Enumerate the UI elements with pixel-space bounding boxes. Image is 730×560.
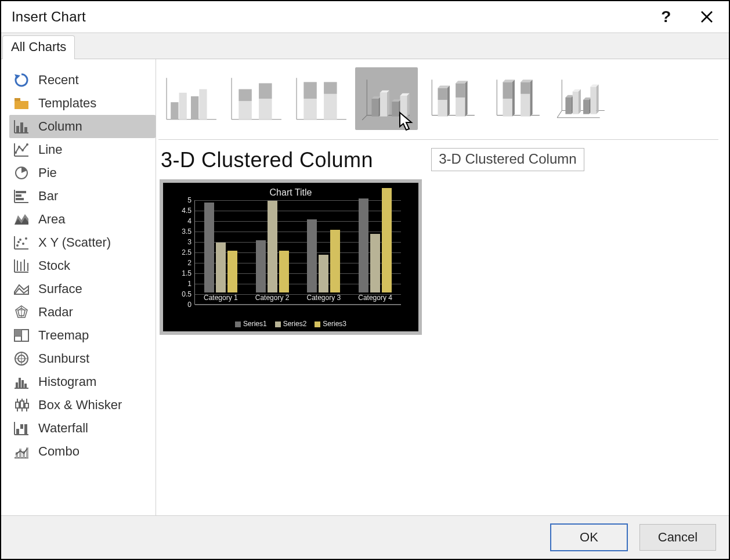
subtype-100pct-stacked-column[interactable] (290, 67, 353, 130)
sidebar-item-area[interactable]: Area (9, 208, 156, 231)
svg-rect-99 (400, 96, 407, 117)
svg-rect-115 (503, 82, 512, 99)
close-icon (700, 10, 714, 24)
svg-rect-50 (19, 378, 21, 388)
svg-rect-61 (16, 429, 19, 435)
svg-point-28 (17, 241, 20, 243)
subtype-3d-stacked-column[interactable] (420, 67, 483, 130)
dialog-footer: OK Cancel (1, 515, 729, 559)
sidebar-item-column[interactable]: Column (9, 115, 156, 138)
sidebar-item-combo[interactable]: Combo (9, 440, 156, 463)
y-tick-label: 4.5 (182, 207, 195, 215)
svg-marker-35 (15, 285, 28, 294)
svg-rect-129 (573, 92, 579, 114)
chart-subtype-panel: 3-D Clustered Column 3-D Clustered Colum… (156, 59, 729, 515)
subtype-3d-100pct-stacked-column[interactable] (485, 67, 548, 130)
chart-preview-title: Chart Title (163, 187, 418, 198)
chart-bar (330, 230, 340, 292)
sidebar-item-line[interactable]: Line (9, 138, 156, 161)
y-tick-label: 2 (187, 259, 195, 267)
subtype-stacked-column[interactable] (225, 67, 288, 130)
sidebar-item-label: Sunburst (38, 351, 89, 366)
svg-rect-54 (16, 402, 19, 408)
svg-point-11 (18, 146, 20, 148)
svg-rect-72 (179, 93, 187, 120)
subtype-heading-row: 3-D Clustered Column 3-D Clustered Colum… (158, 148, 718, 172)
subtype-3d-clustered-column[interactable] (355, 67, 418, 130)
area-chart-icon (13, 211, 30, 227)
svg-point-24 (16, 244, 19, 247)
y-tick-label: 0 (187, 301, 195, 309)
box-whisker-icon (13, 397, 30, 413)
cancel-button[interactable]: Cancel (639, 524, 716, 551)
sidebar-item-bar[interactable]: Bar (9, 185, 156, 208)
svg-rect-43 (15, 330, 21, 336)
y-tick-label: 2.5 (182, 248, 195, 256)
sidebar-item-radar[interactable]: Radar (9, 301, 156, 324)
chart-preview-tile[interactable]: Chart Title 00.511.522.533.544.55Categor… (160, 179, 422, 335)
sidebar-item-recent[interactable]: Recent (9, 68, 156, 92)
svg-rect-105 (438, 88, 447, 100)
sidebar-item-boxwhisker[interactable]: Box & Whisker (9, 393, 156, 417)
legend-entry: Series3 (315, 320, 346, 328)
svg-rect-49 (16, 382, 18, 388)
svg-marker-111 (465, 81, 468, 116)
category-label: Category 4 (358, 294, 392, 302)
sidebar-item-sunburst[interactable]: Sunburst (9, 347, 156, 370)
close-button[interactable] (695, 5, 718, 28)
svg-rect-7 (24, 127, 27, 133)
tab-all-charts[interactable]: All Charts (2, 35, 75, 59)
y-tick-label: 1 (187, 280, 195, 288)
dialog-title: Insert Chart (12, 9, 86, 25)
chart-bar (382, 188, 392, 292)
combo-chart-icon (13, 443, 30, 460)
subtype-3d-column[interactable] (550, 67, 613, 130)
svg-rect-5 (16, 126, 19, 133)
sidebar-item-label: Surface (38, 281, 82, 297)
subtype-clustered-column[interactable] (160, 67, 223, 130)
sidebar-item-waterfall[interactable]: Waterfall (9, 417, 156, 440)
svg-rect-74 (199, 89, 207, 120)
svg-marker-131 (579, 89, 581, 114)
svg-marker-121 (530, 80, 533, 116)
category-label: Category 1 (204, 294, 238, 302)
line-chart-icon (13, 142, 30, 158)
sidebar-item-treemap[interactable]: Treemap (9, 324, 156, 347)
svg-rect-77 (238, 101, 251, 120)
svg-line-123 (557, 110, 562, 117)
chart-bar (204, 203, 214, 292)
svg-marker-101 (407, 93, 410, 117)
sidebar-item-label: Treemap (38, 328, 89, 343)
svg-rect-71 (171, 102, 178, 120)
sidebar-item-histogram[interactable]: Histogram (9, 370, 156, 393)
column-chart-icon (13, 118, 30, 135)
chart-bar (359, 198, 368, 292)
y-tick-label: 5 (187, 196, 195, 204)
sidebar-item-label: Waterfall (38, 421, 88, 436)
sidebar-item-surface[interactable]: Surface (9, 277, 156, 301)
chart-type-sidebar: Recent Templates Column Line (1, 59, 156, 515)
sidebar-item-label: Combo (38, 444, 79, 459)
sidebar-item-templates[interactable]: Templates (9, 92, 156, 115)
sidebar-item-scatter[interactable]: X Y (Scatter) (9, 231, 156, 254)
waterfall-chart-icon (13, 420, 30, 436)
sidebar-item-stock[interactable]: Stock (9, 254, 156, 277)
chart-bar (279, 251, 289, 292)
ok-button[interactable]: OK (550, 523, 628, 551)
svg-point-13 (26, 143, 28, 146)
svg-rect-66 (19, 449, 21, 458)
scatter-chart-icon (13, 234, 30, 251)
bar-chart-icon (13, 188, 30, 204)
svg-rect-90 (371, 99, 378, 117)
svg-rect-132 (583, 100, 589, 114)
svg-rect-85 (324, 94, 337, 120)
legend-entry: Series2 (275, 320, 307, 328)
help-button[interactable]: ? (655, 5, 678, 28)
svg-rect-86 (324, 82, 337, 93)
sidebar-item-label: Histogram (38, 374, 96, 389)
chart-bar (227, 251, 237, 292)
subtype-tooltip: 3-D Clustered Column (431, 148, 584, 171)
svg-marker-95 (387, 91, 389, 117)
sidebar-item-pie[interactable]: Pie (9, 161, 156, 185)
sidebar-item-label: Pie (38, 165, 57, 180)
